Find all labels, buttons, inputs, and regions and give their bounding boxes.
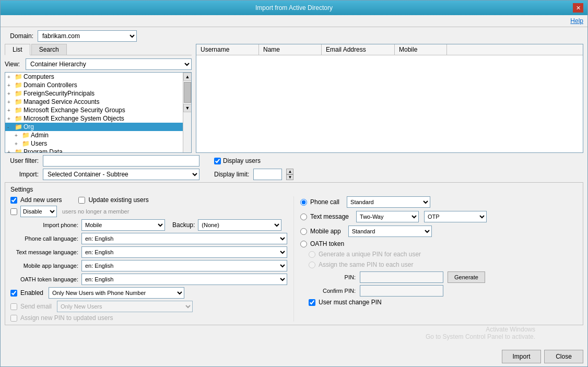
backup-select[interactable]: (None) xyxy=(198,219,281,231)
folder-icon: 📁 xyxy=(15,90,22,97)
tree-item[interactable]: + 📁 Microsoft Exchange Security Groups xyxy=(5,106,183,114)
tree-item-org[interactable]: - 📁 Org xyxy=(5,123,183,131)
oath-token-lang-select[interactable]: en: English xyxy=(81,274,287,285)
confirm-pin-row: Confirm PIN: xyxy=(309,285,578,297)
phone-call-lang-select[interactable]: en: English xyxy=(81,233,287,244)
tree-item[interactable]: + 📁 Computers xyxy=(5,73,183,81)
update-existing-checkbox[interactable] xyxy=(78,197,85,204)
folder-icon: 📁 xyxy=(22,140,30,147)
mobile-app-lang-select[interactable]: en: English xyxy=(81,260,287,271)
gen-unique-pin-radio[interactable] xyxy=(309,251,315,258)
user-must-change-row: User must change PIN xyxy=(309,299,578,306)
folder-icon: 📁 xyxy=(15,81,22,89)
tab-list[interactable]: List xyxy=(5,44,30,55)
col-mobile: Mobile xyxy=(395,44,447,55)
oath-token-radio[interactable] xyxy=(300,241,307,247)
text-msg-radio[interactable] xyxy=(300,214,307,220)
settings-grid: Add new users Update existing users Disa… xyxy=(10,196,578,322)
send-email-checkbox[interactable] xyxy=(10,303,17,310)
oath-token-radio-row: OATH token xyxy=(300,240,578,247)
tree-item[interactable]: + 📁 Admin xyxy=(5,131,183,139)
phone-call-radio[interactable] xyxy=(300,199,307,206)
gen-unique-pin-label: Generate a unique PIN for each user xyxy=(319,251,421,258)
folder-icon: 📁 xyxy=(15,106,22,114)
enabled-row: Enabled Only New Users with Phone Number xyxy=(10,287,287,299)
import-phone-select[interactable]: Mobile xyxy=(81,219,165,231)
tree-item[interactable]: + 📁 Users xyxy=(5,139,183,148)
import-select[interactable]: Selected Container - Subtree xyxy=(43,169,199,180)
domain-select[interactable]: fabrikam.com xyxy=(38,30,137,42)
tree-item[interactable]: + 📁 Domain Controllers xyxy=(5,81,183,89)
settings-box: Settings Add new users Update existing u… xyxy=(5,182,583,325)
assign-same-pin-radio[interactable] xyxy=(309,262,315,268)
add-new-users-label: Add new users xyxy=(20,196,62,204)
disable-checkbox[interactable] xyxy=(10,208,17,215)
enabled-label: Enabled xyxy=(20,289,43,297)
tree-container[interactable]: + 📁 Computers + 📁 Domain Controllers + 📁 xyxy=(5,72,192,153)
text-msg-lang-row: Text message language: en: English xyxy=(10,246,287,258)
backup-label: Backup: xyxy=(172,221,195,229)
mobile-app-select[interactable]: Standard xyxy=(348,226,432,237)
tree-scrollbar[interactable]: ▲ ▼ xyxy=(183,73,191,152)
assign-pin-checkbox[interactable] xyxy=(10,315,17,322)
view-select[interactable]: Container Hierarchy xyxy=(26,58,192,70)
disable-row: Disable users no longer a member xyxy=(10,206,287,217)
phone-call-select[interactable]: Standard xyxy=(347,196,430,208)
tab-search[interactable]: Search xyxy=(31,44,67,55)
tree-item[interactable]: + 📁 Program Data xyxy=(5,148,183,153)
add-new-users-checkbox[interactable] xyxy=(10,197,17,204)
tree-item[interactable]: + 📁 Managed Service Accounts xyxy=(5,98,183,106)
mobile-app-radio-row: Mobile app Standard xyxy=(300,226,578,237)
send-email-row: Send email Only New Users xyxy=(10,301,287,312)
enabled-checkbox[interactable] xyxy=(10,290,17,297)
display-limit-input[interactable]: 1000 xyxy=(253,169,282,180)
text-msg-label: Text message xyxy=(310,213,349,220)
spinner-down[interactable]: ▼ xyxy=(286,174,293,180)
display-limit-label: Display limit: xyxy=(214,171,249,178)
assign-same-pin-row: Assign the same PIN to each user xyxy=(309,261,578,268)
tabs: List Search xyxy=(5,44,192,55)
spinner-up[interactable]: ▲ xyxy=(286,169,293,174)
expand-icon: + xyxy=(7,149,14,153)
tree-item[interactable]: + 📁 ForeignSecurityPrincipals xyxy=(5,89,183,98)
text-msg-otp-select[interactable]: OTP xyxy=(424,211,487,222)
generate-button[interactable]: Generate xyxy=(448,271,485,283)
bottom-row: Import Close xyxy=(1,347,587,366)
folder-icon: 📁 xyxy=(22,132,30,139)
send-email-select[interactable]: Only New Users xyxy=(57,301,193,312)
folder-icon: 📁 xyxy=(15,123,22,131)
import-button[interactable]: Import xyxy=(502,350,541,363)
disable-select[interactable]: Disable xyxy=(20,206,57,217)
filter-input[interactable] xyxy=(43,155,199,167)
scroll-down-button[interactable]: ▼ xyxy=(183,104,192,112)
enabled-select[interactable]: Only New Users with Phone Number xyxy=(49,287,184,299)
mobile-app-lang-label: Mobile app language: xyxy=(10,263,78,269)
folder-icon: 📁 xyxy=(15,115,22,122)
display-users-checkbox[interactable] xyxy=(214,158,221,164)
confirm-pin-label: Confirm PIN: xyxy=(309,288,356,294)
text-msg-lang-select[interactable]: en: English xyxy=(81,246,287,258)
main-content: Domain: fabrikam.com List Search View: xyxy=(1,27,587,347)
tree-item[interactable]: + 📁 Microsoft Exchange System Objects xyxy=(5,114,183,123)
text-msg-lang-label: Text message language: xyxy=(10,249,78,255)
expand-icon: + xyxy=(7,74,14,80)
expand-icon: + xyxy=(7,82,14,88)
close-button[interactable]: Close xyxy=(544,350,583,363)
pin-input[interactable] xyxy=(360,271,443,283)
scroll-up-button[interactable]: ▲ xyxy=(183,73,192,81)
mobile-app-lang-row: Mobile app language: en: English xyxy=(10,260,287,271)
display-limit-row: Display limit: 1000 ▲ ▼ xyxy=(214,169,293,180)
text-msg-select[interactable]: Two-Way xyxy=(356,211,419,222)
pin-section: Generate a unique PIN for each user Assi… xyxy=(309,251,578,306)
domain-label: Domain: xyxy=(5,32,33,40)
text-msg-radio-row: Text message Two-Way OTP xyxy=(300,211,578,222)
user-must-change-checkbox[interactable] xyxy=(309,299,315,306)
mobile-app-radio[interactable] xyxy=(300,228,307,235)
help-link[interactable]: Help xyxy=(570,17,583,25)
close-window-button[interactable]: ✕ xyxy=(573,3,583,13)
confirm-pin-input[interactable] xyxy=(360,285,443,297)
display-users-label: Display users xyxy=(223,157,261,164)
settings-right: Phone call Standard Text message Two-Way xyxy=(294,196,578,322)
scroll-thumb[interactable] xyxy=(184,82,191,103)
title-bar: Import from Active Directory ✕ xyxy=(1,1,587,15)
